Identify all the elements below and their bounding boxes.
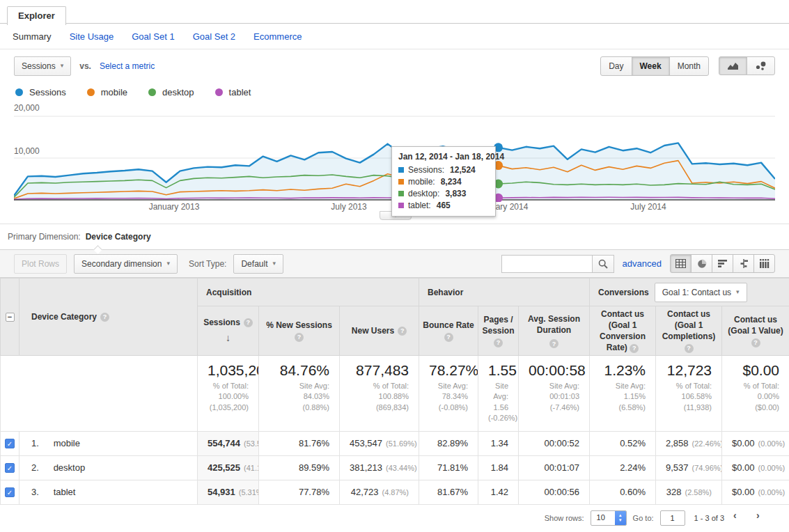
- vs-label: vs.: [79, 61, 91, 71]
- table-row-desktop: ✓ 2. desktop 425,525(41.11%) 89.59% 381,…: [1, 455, 789, 480]
- chart-controls-row: Sessions ▾ vs. Select a metric Day Week …: [0, 49, 789, 82]
- tooltip-row-sessions: Sessions: 12,524: [398, 165, 489, 175]
- column-header-bounce-rate[interactable]: Bounce Rate ?: [419, 306, 478, 356]
- help-icon[interactable]: ?: [630, 344, 639, 353]
- table-search: [501, 255, 614, 273]
- sessions-color-dot: [15, 88, 23, 96]
- comparison-view-button[interactable]: [733, 254, 754, 273]
- next-page-button[interactable]: ›: [756, 510, 779, 526]
- advanced-search-link[interactable]: advanced: [623, 258, 662, 269]
- subtab-summary[interactable]: Summary: [13, 31, 52, 42]
- help-icon[interactable]: ?: [244, 318, 253, 327]
- column-label: Pages / Session: [483, 315, 515, 336]
- device-cell[interactable]: 1. mobile: [19, 431, 198, 455]
- row-checkbox[interactable]: ✓: [5, 463, 15, 473]
- performance-view-button[interactable]: [712, 254, 733, 273]
- show-rows-value: 10: [591, 511, 615, 525]
- metric-selector-dropdown[interactable]: Sessions ▾: [14, 56, 71, 76]
- row-checkbox[interactable]: ✓: [5, 439, 15, 448]
- column-header-goal-value[interactable]: Contact us (Goal 1 Value) ?: [722, 306, 789, 356]
- device-category-header-label: Device Category: [31, 312, 97, 322]
- tab-explorer[interactable]: Explorer: [7, 6, 66, 25]
- granularity-toggle: Day Week Month: [600, 56, 709, 76]
- sort-type-value: Default: [241, 259, 267, 269]
- help-icon[interactable]: ?: [100, 313, 109, 322]
- device-cell[interactable]: 3. tablet: [19, 480, 198, 504]
- subtab-goal-set-2[interactable]: Goal Set 2: [193, 31, 235, 42]
- metric-selector-value: Sessions: [22, 61, 56, 71]
- goto-page-input[interactable]: [660, 510, 685, 526]
- column-header-goal-conversion-rate[interactable]: Contact us (Goal 1 Conversion Rate) ?: [590, 306, 656, 356]
- granularity-week-button[interactable]: Week: [632, 56, 670, 76]
- select-all-cell: −: [1, 279, 19, 356]
- secondary-dimension-label: Secondary dimension: [81, 259, 162, 269]
- column-header-new-sessions[interactable]: % New Sessions ?: [259, 306, 340, 356]
- primary-dimension-value[interactable]: Device Category: [86, 232, 151, 242]
- duration-cell: 00:00:56: [519, 480, 590, 504]
- value-cell: $0.00(0.00%): [722, 455, 789, 480]
- totals-new-users: 877,483% of Total: 100.88% (869,834): [340, 356, 419, 432]
- tooltip-label: desktop:: [408, 189, 439, 198]
- pivot-view-button[interactable]: [753, 254, 775, 273]
- table-row-mobile: ✓ 1. mobile 554,744(53.59%) 81.76% 453,5…: [1, 431, 789, 455]
- legend-item-desktop[interactable]: desktop: [148, 87, 194, 97]
- previous-page-button[interactable]: ‹: [733, 510, 756, 526]
- legend-label: mobile: [101, 87, 127, 97]
- column-header-goal-completions[interactable]: Contact us (Goal 1 Completions) ?: [656, 306, 722, 356]
- subtab-goal-set-1[interactable]: Goal Set 1: [132, 31, 174, 42]
- legend-item-tablet[interactable]: tablet: [215, 87, 251, 97]
- granularity-day-button[interactable]: Day: [600, 56, 632, 76]
- explorer-subtabs: Summary Site Usage Goal Set 1 Goal Set 2…: [0, 24, 789, 49]
- search-input[interactable]: [501, 255, 592, 273]
- granularity-month-button[interactable]: Month: [669, 56, 709, 76]
- line-chart-view-button[interactable]: [719, 56, 747, 75]
- subtab-site-usage[interactable]: Site Usage: [70, 31, 114, 42]
- device-category-header[interactable]: Device Category ?: [19, 279, 198, 356]
- subtab-ecommerce[interactable]: Ecommerce: [253, 31, 302, 42]
- help-icon[interactable]: ?: [444, 333, 453, 342]
- new-sessions-cell: 89.59%: [259, 455, 340, 480]
- new-users-cell: 381,213(43.44%): [340, 455, 419, 480]
- sort-type-dropdown[interactable]: Default ▾: [233, 254, 283, 274]
- data-view-button[interactable]: [670, 254, 692, 273]
- mobile-color-dot: [87, 88, 95, 96]
- search-button[interactable]: [592, 255, 614, 273]
- secondary-dimension-dropdown[interactable]: Secondary dimension ▾: [74, 254, 178, 274]
- help-icon[interactable]: ?: [398, 327, 407, 336]
- totals-new-sessions: 84.76%Site Avg: 84.03% (0.88%): [259, 356, 340, 432]
- column-header-avg-session-duration[interactable]: Avg. Session Duration ?: [519, 306, 590, 356]
- show-rows-select[interactable]: 10 ▲▼: [591, 510, 627, 526]
- goal-selector-dropdown[interactable]: Goal 1: Contact us ▾: [655, 283, 747, 302]
- device-label: tablet: [54, 487, 76, 497]
- primary-dimension-row: Primary Dimension: Device Category: [0, 224, 789, 249]
- row-number: 3.: [31, 487, 51, 497]
- help-icon[interactable]: ?: [685, 344, 694, 353]
- legend-item-mobile[interactable]: mobile: [87, 87, 127, 97]
- row-checkbox[interactable]: ✓: [5, 487, 15, 497]
- plot-rows-button[interactable]: Plot Rows: [14, 254, 67, 274]
- help-icon[interactable]: ?: [295, 333, 304, 342]
- tooltip-row-desktop: desktop: 3,833: [398, 189, 489, 198]
- chevron-down-icon: ▾: [61, 63, 64, 69]
- select-a-metric-link[interactable]: Select a metric: [100, 61, 155, 71]
- column-header-pages-session[interactable]: Pages / Session ?: [478, 306, 519, 356]
- timeseries-chart: 20,000 10,000 January 2013 July 2013 Jan…: [0, 102, 789, 224]
- completions-cell: 9,537(74.96%): [656, 455, 722, 480]
- select-all-checkbox[interactable]: −: [6, 313, 15, 322]
- percentage-view-button[interactable]: [691, 254, 712, 273]
- legend-item-sessions[interactable]: Sessions: [15, 87, 66, 97]
- sessions-swatch-icon: [398, 167, 404, 173]
- sessions-cell: 425,525(41.11%): [198, 455, 259, 480]
- conv-rate-cell: 0.60%: [590, 480, 656, 504]
- help-icon[interactable]: ?: [751, 338, 760, 347]
- device-cell[interactable]: 2. desktop: [19, 455, 198, 480]
- motion-chart-view-button[interactable]: [747, 56, 775, 75]
- help-icon[interactable]: ?: [549, 339, 558, 348]
- pie-chart-icon: [697, 259, 707, 269]
- sort-descending-icon[interactable]: ↓: [226, 331, 231, 345]
- tooltip-value: 12,524: [450, 165, 476, 175]
- column-header-sessions[interactable]: Sessions ? ↓: [198, 306, 259, 356]
- help-icon[interactable]: ?: [494, 338, 503, 347]
- column-header-new-users[interactable]: New Users ?: [340, 306, 419, 356]
- table-grid-icon: [675, 259, 686, 268]
